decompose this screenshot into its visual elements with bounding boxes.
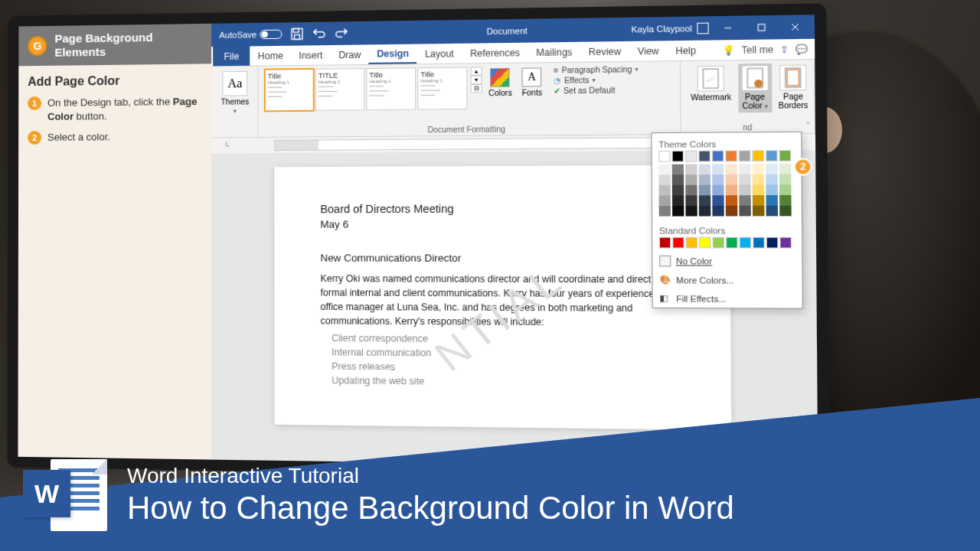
color-swatch[interactable] [739,184,750,195]
tell-me[interactable]: Tell me [741,44,773,55]
color-swatch[interactable] [685,165,697,175]
color-swatch[interactable] [698,151,710,162]
doc-date[interactable]: May 6 [320,218,681,230]
color-swatch[interactable] [726,174,737,185]
colors-button[interactable]: Colors [485,67,515,99]
tab-home[interactable]: Home [250,46,292,66]
doc-list-item[interactable]: Updating the web site [332,375,682,390]
share-icon[interactable]: ⇪ [780,44,789,55]
tab-insert[interactable]: Insert [291,45,331,65]
color-swatch[interactable] [685,206,697,217]
color-swatch[interactable] [658,151,670,162]
color-swatch[interactable] [685,151,697,162]
collapse-ribbon-icon[interactable]: ˄ [806,121,811,130]
doc-list-item[interactable]: Client correspondence [332,333,682,346]
tab-mailings[interactable]: Mailings [528,42,581,63]
watermark-button[interactable]: TEXT Watermark [688,64,735,103]
color-swatch[interactable] [766,150,778,161]
color-swatch[interactable] [712,206,724,217]
color-swatch[interactable] [726,237,737,249]
color-swatch[interactable] [712,151,724,162]
color-swatch[interactable] [712,195,724,206]
color-swatch[interactable] [725,150,737,161]
color-swatch[interactable] [686,237,697,249]
color-swatch[interactable] [659,185,671,196]
autosave-toggle[interactable]: AutoSave [219,30,282,40]
color-swatch[interactable] [658,174,670,185]
style-preset[interactable]: TITLEHeading 1━━━━━━━━━━━━━━━━━━━━ [315,68,365,111]
color-swatch[interactable] [779,206,792,217]
no-color-option[interactable]: No Color [652,252,802,271]
color-swatch[interactable] [753,184,764,195]
color-swatch[interactable] [726,164,737,174]
color-swatch[interactable] [726,206,737,217]
color-swatch[interactable] [713,237,724,249]
set-default-button[interactable]: ✓ Set as Default [554,86,639,96]
tab-design[interactable]: Design [369,44,417,64]
fonts-button[interactable]: A Fonts [518,66,545,99]
tab-references[interactable]: References [462,43,528,64]
save-icon[interactable] [289,27,304,41]
color-swatch[interactable] [672,206,684,217]
color-swatch[interactable] [740,237,751,249]
color-swatch[interactable] [672,237,684,249]
color-swatch[interactable] [699,195,710,206]
color-swatch[interactable] [658,165,670,175]
color-swatch[interactable] [779,195,792,206]
color-swatch[interactable] [699,185,710,196]
doc-list-item[interactable]: Internal communication [332,347,682,360]
color-swatch[interactable] [779,164,792,174]
color-swatch[interactable] [685,185,697,196]
color-swatch[interactable] [712,185,724,196]
more-colors-option[interactable]: 🎨 More Colors... [652,271,802,290]
style-preset[interactable]: TitleHeading 1━━━━━━━━━━━━━━━━━━━━ [366,67,416,110]
color-swatch[interactable] [672,165,684,175]
color-swatch[interactable] [685,195,697,206]
minimize-button[interactable] [714,16,742,41]
color-swatch[interactable] [739,195,750,206]
color-swatch[interactable] [766,164,778,174]
color-swatch[interactable] [779,184,792,195]
page-borders-button[interactable]: Page Borders [775,63,812,111]
color-swatch[interactable] [726,195,737,206]
style-gallery[interactable]: TitleHeading 1━━━━━━━━━━━━━━━━━━━━TITLEH… [265,67,468,112]
themes-button[interactable]: Aa Themes ▾ [217,70,252,116]
color-swatch[interactable] [753,164,764,174]
color-swatch[interactable] [739,174,750,185]
tab-draw[interactable]: Draw [331,44,369,64]
ribbon-display-icon[interactable] [697,23,708,34]
color-swatch[interactable] [726,185,737,196]
color-swatch[interactable] [753,206,764,217]
tab-view[interactable]: View [629,41,668,61]
color-swatch[interactable] [739,164,750,174]
color-swatch[interactable] [779,150,792,161]
gallery-expand[interactable]: ▴▾⊟ [471,67,482,93]
username[interactable]: Kayla Claypool [631,24,692,34]
tab-layout[interactable]: Layout [416,44,462,64]
color-swatch[interactable] [659,206,671,217]
color-swatch[interactable] [712,174,724,185]
close-button[interactable] [781,15,810,39]
color-swatch[interactable] [766,195,778,206]
color-swatch[interactable] [685,174,697,185]
style-preset[interactable]: TitleHeading 1━━━━━━━━━━━━━━━━━━━━ [417,67,467,110]
color-swatch[interactable] [672,174,684,185]
doc-list-item[interactable]: Press releases [332,361,682,375]
color-swatch[interactable] [699,237,710,249]
color-swatch[interactable] [739,206,750,217]
color-swatch[interactable] [659,237,671,249]
color-swatch[interactable] [766,184,778,195]
page-color-button[interactable]: Page Color ▾ [738,64,772,112]
tab-review[interactable]: Review [580,41,629,62]
maximize-button[interactable] [747,15,776,40]
doc-paragraph[interactable]: Kerry Oki was named communications direc… [320,272,682,330]
color-swatch[interactable] [779,174,792,185]
effects-button[interactable]: ◔ Effects ▾ [554,75,639,85]
color-swatch[interactable] [752,150,763,161]
file-tab[interactable]: File [213,46,250,66]
undo-icon[interactable] [312,27,326,41]
color-swatch[interactable] [672,185,684,196]
color-swatch[interactable] [766,206,779,217]
color-swatch[interactable] [672,195,684,206]
color-swatch[interactable] [766,237,779,249]
